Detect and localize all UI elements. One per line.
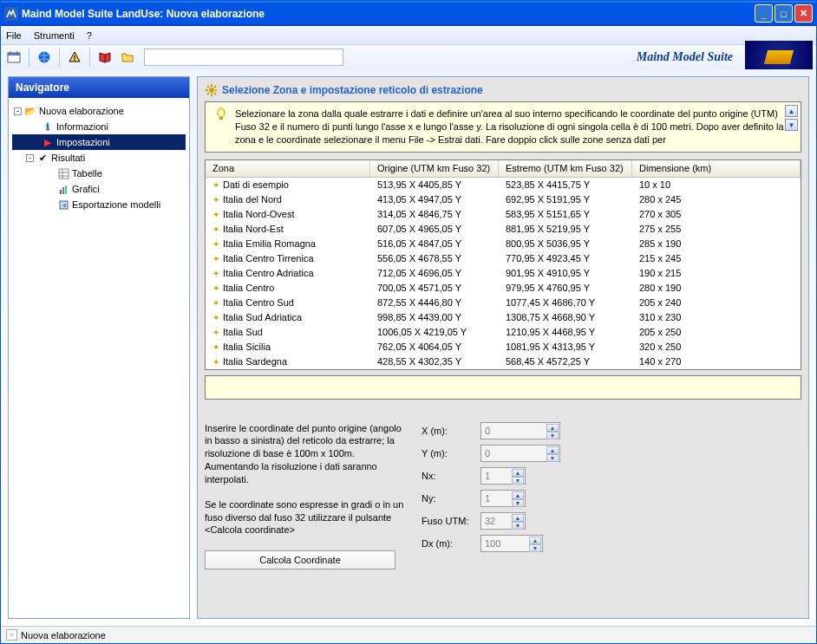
zone-icon: ✦ [212,180,219,190]
zone-icon: ✦ [212,269,219,278]
input-ny[interactable]: ▲▼ [480,490,526,507]
spin-up[interactable]: ▲ [512,491,524,499]
cell-zona: Italia Centro [223,283,274,293]
label-dx: Dx (m): [422,538,474,549]
input-dx[interactable]: ▲▼ [480,535,543,552]
spin-down[interactable]: ▼ [546,454,559,462]
tree-label: Tabelle [72,168,102,179]
menu-tools[interactable]: Strumenti [34,30,75,41]
input-x[interactable]: ▲▼ [480,422,560,439]
close-button[interactable]: ✕ [794,4,813,23]
column-estremo[interactable]: Estremo (UTM km Fuso 32) [499,160,632,177]
table-row[interactable]: ✦Italia Nord-Est607,05 X 4965,05 Y881,95… [206,222,801,237]
cell-dimensione: 310 x 230 [632,312,801,322]
table-row[interactable]: ✦Italia Centro700,05 X 4571,05 Y979,95 X… [206,281,801,296]
cell-origine: 314,05 X 4846,75 Y [370,209,499,219]
tool-calendar-icon[interactable] [4,48,23,67]
tool-warning-icon[interactable]: ! [65,48,84,67]
folder-icon: 📂 [24,105,36,117]
cell-zona: Italia Sardegna [223,356,287,367]
label-fuso: Fuso UTM: [422,516,474,526]
tree-item-charts[interactable]: Grafici [12,181,186,197]
cell-zona: Italia Centro Adriatica [223,268,314,278]
tree-item-tables[interactable]: Tabelle [12,166,186,181]
column-zona[interactable]: Zona [206,160,370,177]
cell-origine: 516,05 X 4847,05 Y [370,238,499,249]
tree-root[interactable]: - 📂 Nuova elaborazione [12,103,186,119]
toolbar: ! Maind Model Suite [1,45,816,69]
navigator-title: Navigatore [9,77,189,98]
section-title: Selezione Zona e impostazione reticolo d… [222,84,483,96]
spin-down[interactable]: ▼ [512,522,524,530]
column-dimensione[interactable]: Dimensione (km) [632,160,801,177]
table-row[interactable]: ✦Italia Sicilia762,05 X 4064,05 Y1081,95… [206,340,801,355]
input-nx[interactable]: ▲▼ [480,467,526,485]
app-icon [4,7,18,21]
tree-item-results[interactable]: - ✔ Risultati [12,150,186,166]
spin-down[interactable]: ▼ [512,499,524,507]
table-row[interactable]: ✦Italia Emilia Romagna516,05 X 4847,05 Y… [206,237,801,251]
tree-item-settings[interactable]: ▶ Impostazioni [12,134,186,150]
tree-item-info[interactable]: ℹ Informazioni [12,119,186,134]
scroll-up-button[interactable]: ▲ [785,105,798,117]
spin-up[interactable]: ▲ [546,424,559,432]
menu-help[interactable]: ? [87,30,92,41]
spin-down[interactable]: ▼ [546,432,559,439]
cell-dimensione: 190 x 215 [632,268,801,278]
status-icon: ▫ [6,629,17,641]
spin-down[interactable]: ▼ [512,477,524,485]
spin-up[interactable]: ▲ [512,469,524,477]
cell-zona: Italia Nord-Ovest [223,209,295,219]
cell-dimensione: 280 x 245 [632,194,801,205]
menu-file[interactable]: File [6,30,22,41]
label-ny: Ny: [422,493,474,504]
cell-zona: Italia del Nord [223,194,282,205]
tool-book-icon[interactable] [95,48,114,67]
tool-globe-icon[interactable] [35,48,54,67]
tool-folder-icon[interactable] [118,48,137,67]
spin-up[interactable]: ▲ [512,514,524,522]
cell-origine: 413,05 X 4947,05 Y [370,194,499,205]
minimize-button[interactable]: _ [755,4,773,23]
chart-icon [57,183,69,195]
tree-item-export[interactable]: Esportazione modelli [12,197,186,212]
coord-help-2: Se le coordinate sono espresse in gradi … [205,498,404,537]
input-fuso[interactable]: ▲▼ [480,512,526,530]
table-row[interactable]: ✦Italia Sud1006,05 X 4219,05 Y1210,95 X … [206,325,801,340]
zone-icon: ✦ [212,195,219,205]
cell-origine: 513,95 X 4405,85 Y [370,179,499,190]
cell-dimensione: 270 x 305 [632,209,801,219]
table-row[interactable]: ✦Italia Nord-Ovest314,05 X 4846,75 Y583,… [206,207,801,222]
input-y[interactable]: ▲▼ [480,445,560,462]
cell-origine: 556,05 X 4678,55 Y [370,253,499,263]
table-row[interactable]: ✦Italia Centro Adriatica712,05 X 4696,05… [206,266,801,281]
calc-coordinates-button[interactable]: Calcola Coordinate [205,550,395,569]
table-row[interactable]: ✦Italia Centro Sud872,55 X 4446,80 Y1077… [206,296,801,310]
table-row[interactable]: ✦Italia Sud Adriatica998,85 X 4439,00 Y1… [206,310,801,325]
spin-up[interactable]: ▲ [529,537,541,544]
coordinate-area: Inserire le coordinate del punto origine… [205,422,801,570]
zone-icon: ✦ [212,224,219,234]
collapse-icon[interactable]: - [26,154,34,162]
table-row[interactable]: ✦Italia Sardegna428,55 X 4302,35 Y568,45… [206,355,801,369]
svg-line-23 [207,93,209,94]
collapse-icon[interactable]: - [14,107,22,115]
table-row[interactable]: ✦Italia del Nord413,05 X 4947,05 Y692,95… [206,192,801,207]
zone-icon: ✦ [212,254,219,263]
cell-dimensione: 140 x 270 [632,356,801,367]
zone-icon: ✦ [212,357,219,367]
zones-table: Zona Origine (UTM km Fuso 32) Estremo (U… [205,159,801,370]
spin-up[interactable]: ▲ [546,446,559,454]
table-row[interactable]: ✦Italia Centro Tirrenica556,05 X 4678,55… [206,251,801,266]
cell-estremo: 1077,45 X 4686,70 Y [499,297,632,308]
maximize-button[interactable]: □ [775,4,793,23]
spin-down[interactable]: ▼ [529,544,541,552]
table-row[interactable]: ✦Dati di esempio513,95 X 4405,85 Y523,85… [206,178,801,192]
tree-root-label: Nuova elaborazione [39,106,124,116]
column-origine[interactable]: Origine (UTM km Fuso 32) [370,160,499,177]
toolbar-field[interactable] [144,49,343,66]
cell-zona: Italia Nord-Est [223,224,284,234]
cell-zona: Italia Sicilia [223,342,271,352]
cell-estremo: 568,45 X 4572,25 Y [499,356,632,367]
scroll-down-button[interactable]: ▼ [785,119,798,131]
